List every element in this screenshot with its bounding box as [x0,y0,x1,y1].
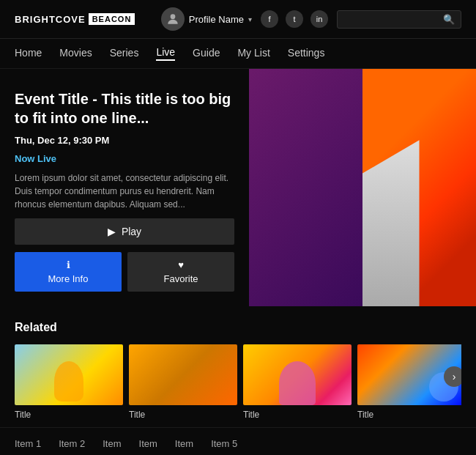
footer-nav-item-3[interactable]: Item [103,438,121,449]
list-item[interactable]: Title [129,344,237,420]
nav-item-mylist[interactable]: My List [237,47,269,60]
nav-item-settings[interactable]: Settings [288,47,325,60]
thumbnail-3 [243,344,352,405]
svg-point-0 [171,14,176,19]
more-info-label: More Info [48,273,89,284]
footer-nav-item-4[interactable]: Item [139,438,157,449]
related-label-2: Title [129,410,237,420]
profile-name-label: Profile Name [189,14,244,25]
social-icons: f t in [261,10,328,28]
instagram-icon[interactable]: in [310,10,328,28]
more-info-icon: ℹ [67,259,70,270]
logo[interactable]: BRIGHTCOVE BEACON [15,13,135,25]
nav-item-movies[interactable]: Movies [59,47,92,60]
logo-beacon-text: BEACON [89,13,135,25]
favorite-button[interactable]: ♥ Favorite [127,252,234,292]
user-icon [166,12,180,26]
play-icon: ▶ [108,226,116,237]
play-label: Play [122,226,141,237]
hero-section: Event Title - This title is too big to f… [0,69,476,306]
twitter-icon[interactable]: t [286,10,303,28]
nav-item-guide[interactable]: Guide [193,47,220,60]
hero-content: Event Title - This title is too big to f… [0,69,249,306]
more-info-button[interactable]: ℹ More Info [15,252,122,292]
profile-avatar [161,7,185,31]
favorite-label: Favorite [164,273,198,284]
main-nav: Home Movies Series Live Guide My List Se… [0,39,476,69]
related-label-1: Title [15,410,123,420]
event-date: Thu, Dec 12, 9:30 PM [15,135,234,146]
chevron-down-icon: ▾ [248,15,252,23]
event-description: Lorem ipsum dolor sit amet, consectetur … [15,171,234,211]
related-scroll: Title Title Title Title › Title [15,344,461,420]
search-bar[interactable]: 🔍 [337,10,461,29]
footer-nav-item-6[interactable]: Item 5 [211,438,237,449]
event-title: Event Title - This title is too big to f… [15,89,234,127]
related-section: Related Title Title Title Title › Title [0,306,476,427]
hero-bg [249,69,476,306]
nav-item-series[interactable]: Series [110,47,139,60]
header: BRIGHTCOVE BEACON Profile Name ▾ f t in … [0,0,476,39]
hero-image [249,69,476,306]
logo-brightcove-text: BRIGHTCOVE [15,14,86,25]
related-label-4: Title [357,410,461,420]
search-icon[interactable]: 🔍 [443,14,455,25]
action-buttons: ℹ More Info ♥ Favorite [15,252,234,292]
related-title: Related [15,321,461,334]
footer-nav-item-5[interactable]: Item [175,438,193,449]
hero-img-right [362,69,476,306]
facebook-icon[interactable]: f [261,10,278,28]
footer-nav-item-1[interactable]: Item 1 [15,438,41,449]
list-item[interactable]: Title [243,344,352,420]
thumbnail-2 [129,344,237,405]
related-label-3: Title [243,410,352,420]
profile-area[interactable]: Profile Name ▾ [161,7,252,31]
nav-item-home[interactable]: Home [15,47,42,60]
scroll-next-button[interactable]: › [444,366,461,387]
now-live-status: Now Live [15,153,234,164]
list-item[interactable]: Title [15,344,123,420]
footer-nav-item-2[interactable]: Item 2 [59,438,85,449]
nav-item-live[interactable]: Live [156,46,175,61]
hero-img-left [249,69,362,306]
footer-nav: Item 1 Item 2 Item Item Item Item 5 [0,427,476,454]
thumbnail-1 [15,344,123,405]
play-button[interactable]: ▶ Play [15,218,234,245]
search-input[interactable] [343,14,439,25]
favorite-icon: ♥ [178,259,184,270]
header-right: Profile Name ▾ f t in 🔍 [161,7,461,31]
